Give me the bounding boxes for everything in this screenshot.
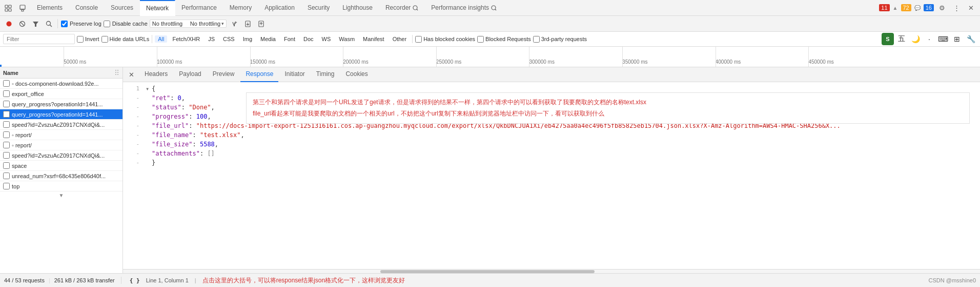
devtools-inspect-icon[interactable] [2,2,14,14]
third-party-label[interactable]: 3rd-party requests [533,36,587,43]
clear-btn[interactable] [16,18,28,29]
request-checkbox-10[interactable] [3,183,10,189]
filter-fetch-xhr-btn[interactable]: Fetch/XHR [169,35,203,43]
disable-cache-checkbox[interactable] [104,21,110,27]
extension-icon-grid[interactable]: ⊞ [951,33,963,45]
extension-icon-five[interactable]: 五 [895,33,908,45]
extension-icon-kbd[interactable]: ⌨ [937,33,949,45]
request-item-8[interactable]: space [0,161,122,171]
throttling-select[interactable]: No throttling [152,21,190,27]
preserve-log-label[interactable]: Preserve log [61,21,101,27]
devtools-device-icon[interactable] [16,2,29,14]
invert-checkbox[interactable] [77,36,84,43]
request-checkbox-0[interactable] [3,80,10,87]
settings-icon[interactable]: ⚙ [936,2,948,14]
extension-icon-dot[interactable]: · [923,33,935,45]
tick-50000: 50000 ms [64,59,86,65]
line-column-info: Line 1, Column 1 [146,277,189,283]
hide-data-urls-label[interactable]: Hide data URLs [101,36,150,43]
disable-cache-label[interactable]: Disable cache [104,21,148,27]
details-tab-preview[interactable]: Preview [208,67,240,82]
has-blocked-cookies-checkbox[interactable] [415,36,422,43]
tab-lighthouse[interactable]: Lighthouse [336,0,379,16]
hide-data-urls-checkbox[interactable] [101,36,108,43]
details-tab-cookies[interactable]: Cookies [340,67,373,82]
request-item-3-selected[interactable]: query_progress?operationId=1441... [0,109,122,120]
filter-icon-btn[interactable] [30,18,41,29]
response-content-area[interactable]: 1 ▾ { - "ret" : 0 , - "status" [123,82,980,269]
filter-js-btn[interactable]: JS [205,35,218,43]
request-checkbox-3[interactable] [3,111,10,118]
tab-recorder[interactable]: Recorder [379,0,425,16]
filter-input[interactable] [3,34,75,44]
wifi-icon-btn[interactable] [229,18,240,29]
has-blocked-cookies-label[interactable]: Has blocked cookies [415,36,475,43]
details-tab-payload[interactable]: Payload [174,67,206,82]
request-item-0[interactable]: ◦ docs-component-download.92e... [0,79,122,89]
export-har-btn[interactable] [255,18,267,29]
request-checkbox-6[interactable] [3,142,10,148]
filter-all-btn[interactable]: All [155,35,167,43]
grid-line-6 [529,47,529,67]
extension-icon-wrench[interactable]: 🔧 [965,33,977,45]
filter-manifest-btn[interactable]: Manifest [360,35,387,43]
invert-label[interactable]: Invert [77,36,99,43]
blocked-requests-checkbox[interactable] [477,36,484,43]
response-scroll-track[interactable] [123,269,980,273]
resize-handle[interactable] [114,69,119,77]
request-checkbox-9[interactable] [3,173,10,179]
request-checkbox-1[interactable] [3,90,10,97]
tab-elements[interactable]: Elements [31,0,69,16]
request-item-9[interactable]: unread_num?xsrf=68c435e806d40f... [0,171,122,181]
details-tab-initiator[interactable]: Initiator [279,67,310,82]
filter-img-btn[interactable]: Img [240,35,255,43]
request-checkbox-7[interactable] [3,152,10,159]
format-json-btn[interactable]: { } [128,277,142,284]
request-checkbox-5[interactable] [3,131,10,138]
tick-450000: 450000 ms [808,59,833,65]
tab-memory[interactable]: Memory [223,0,258,16]
close-devtools-icon[interactable]: ✕ [965,2,977,14]
record-btn[interactable] [3,18,14,29]
search-icon-btn[interactable] [43,18,54,29]
request-item-2[interactable]: query_progress?operationId=1441... [0,99,122,109]
request-checkbox-2[interactable] [3,101,10,107]
details-tab-headers[interactable]: Headers [139,67,173,82]
tab-performance[interactable]: Performance [175,0,223,16]
timeline-current-bar [0,65,2,67]
preserve-log-checkbox[interactable] [61,21,68,27]
filter-font-btn[interactable]: Font [281,35,298,43]
filter-other-btn[interactable]: Other [390,35,410,43]
tab-security[interactable]: Security [301,0,336,16]
filter-ws-btn[interactable]: WS [319,35,334,43]
extension-icon-s[interactable]: S [882,33,894,45]
request-item-7[interactable]: speed?id=ZvszuAcZ0917CNXdQi&... [0,150,122,161]
tab-performance-insights[interactable]: Performance insights [425,0,503,16]
request-item-1[interactable]: export_office [0,89,122,99]
more-tools-icon[interactable]: ⋮ [950,2,963,14]
tab-network[interactable]: Network [140,0,175,16]
filter-wasm-btn[interactable]: Wasm [336,35,358,43]
request-item-10[interactable]: top [0,181,122,192]
tab-console[interactable]: Console [69,0,105,16]
filter-media-btn[interactable]: Media [257,35,279,43]
details-tab-timing[interactable]: Timing [311,67,340,82]
request-item-4[interactable]: speed?id=ZvszuAcZ0917CNXdQi&... [0,120,122,130]
details-tab-response[interactable]: Response [240,67,278,82]
request-item-6[interactable]: ◦ report/ [0,140,122,150]
filter-doc-btn[interactable]: Doc [300,35,317,43]
import-har-btn[interactable] [242,18,253,29]
tab-sources[interactable]: Sources [105,0,140,16]
filter-css-btn[interactable]: CSS [220,35,238,43]
details-close-btn[interactable]: ✕ [126,69,136,80]
tab-application[interactable]: Application [258,0,301,16]
tick-300000: 300000 ms [529,59,554,65]
third-party-checkbox[interactable] [533,36,540,43]
response-scroll-thumb[interactable] [380,270,595,273]
request-checkbox-8[interactable] [3,162,10,169]
request-checkbox-4[interactable] [3,121,10,128]
request-item-5[interactable]: ◦ report/ [0,130,122,140]
blocked-requests-label[interactable]: Blocked Requests [477,36,531,43]
throttling-select-wrapper[interactable]: No throttling No throttling [150,20,227,28]
extension-icon-moon[interactable]: 🌙 [909,33,922,45]
